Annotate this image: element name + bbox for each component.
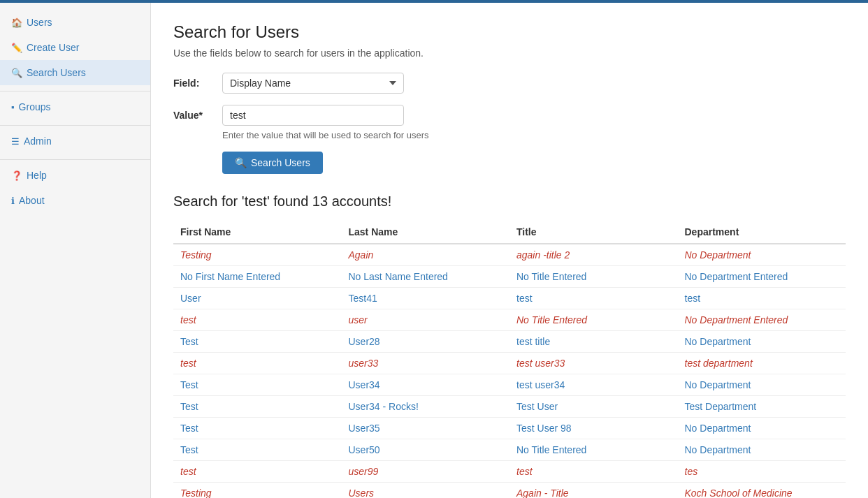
sidebar-label-search-users: Search Users [27, 67, 86, 78]
value-label: Value* [173, 110, 222, 121]
cell-dept-0: No Department [678, 244, 846, 266]
cell-first-9: Test [173, 439, 342, 461]
link-first-10[interactable]: test [180, 466, 196, 477]
cell-first-4: Test [173, 331, 342, 353]
search-button[interactable]: 🔍 Search Users [222, 152, 323, 174]
link-title-9[interactable]: No Title Entered [516, 444, 586, 455]
cell-dept-6: No Department [678, 374, 846, 396]
link-last-6[interactable]: User34 [349, 379, 380, 390]
link-last-9[interactable]: User50 [349, 444, 380, 455]
col-header-title: Title [509, 221, 678, 244]
link-last-2[interactable]: Test41 [349, 293, 377, 304]
cell-title-0: again -title 2 [509, 244, 678, 266]
field-select[interactable]: Display Name Username Email First Name L… [222, 73, 404, 94]
sidebar-item-users[interactable]: 🏠 Users [0, 10, 150, 35]
link-last-4[interactable]: User28 [349, 336, 380, 347]
link-dept-0[interactable]: No Department [685, 249, 751, 261]
link-first-9[interactable]: Test [180, 444, 198, 455]
about-icon: ℹ [11, 196, 15, 206]
sidebar-item-groups[interactable]: ▪ Groups [0, 94, 150, 119]
link-dept-4[interactable]: No Department [685, 336, 751, 347]
link-dept-7[interactable]: Test Department [685, 401, 757, 412]
link-title-2[interactable]: test [516, 293, 533, 304]
cell-first-6: Test [173, 374, 342, 396]
sidebar-label-help: Help [27, 170, 47, 181]
link-title-11[interactable]: Again - Title [516, 488, 569, 498]
table-row: TestUser35Test User 98No Department [173, 418, 846, 439]
link-title-0[interactable]: again -title 2 [516, 249, 570, 261]
link-first-1[interactable]: No First Name Entered [180, 271, 280, 282]
table-row: TestingAgainagain -title 2No Department [173, 244, 846, 266]
link-first-4[interactable]: Test [180, 336, 198, 347]
link-dept-3[interactable]: No Department Entered [685, 314, 788, 325]
cell-dept-1: No Department Entered [678, 266, 846, 288]
sidebar-item-about[interactable]: ℹ About [0, 188, 150, 213]
link-title-3[interactable]: No Title Entered [516, 314, 587, 325]
table-row: UserTest41testtest [173, 288, 846, 309]
sidebar-item-search-users[interactable]: 🔍 Search Users [0, 60, 150, 85]
cell-last-2: Test41 [342, 288, 510, 309]
link-title-8[interactable]: Test User 98 [516, 423, 572, 434]
link-last-7[interactable]: User34 - Rocks! [349, 401, 419, 412]
link-first-11[interactable]: Testing [180, 488, 212, 498]
cell-title-6: test user34 [509, 374, 678, 396]
link-first-6[interactable]: Test [180, 379, 198, 390]
link-dept-11[interactable]: Koch School of Medicine [685, 488, 793, 498]
cell-dept-9: No Department [678, 439, 846, 461]
link-last-10[interactable]: user99 [349, 466, 379, 477]
admin-icon: ☰ [11, 136, 20, 147]
link-last-0[interactable]: Again [349, 249, 374, 261]
link-dept-5[interactable]: test department [685, 358, 753, 369]
cell-title-9: No Title Entered [509, 439, 678, 461]
table-row: testuserNo Title EnteredNo Department En… [173, 309, 846, 331]
cell-dept-4: No Department [678, 331, 846, 353]
link-title-7[interactable]: Test User [516, 401, 558, 412]
link-title-4[interactable]: test title [516, 336, 550, 347]
sidebar-users-section: 🏠 Users ✏️ Create User 🔍 Search Users [0, 10, 150, 85]
link-title-6[interactable]: test user34 [516, 379, 565, 390]
cell-last-6: User34 [342, 374, 510, 396]
link-first-8[interactable]: Test [180, 423, 198, 434]
cell-first-7: Test [173, 396, 342, 418]
link-dept-1[interactable]: No Department Entered [685, 271, 788, 282]
table-row: testuser99testtes [173, 461, 846, 483]
link-first-2[interactable]: User [180, 293, 201, 304]
sidebar-groups-section: ▪ Groups [0, 94, 150, 119]
sidebar-item-create-user[interactable]: ✏️ Create User [0, 35, 150, 60]
cell-title-8: Test User 98 [509, 418, 678, 439]
field-form-group: Field: Display Name Username Email First… [173, 73, 846, 94]
value-input[interactable] [222, 105, 404, 126]
link-first-7[interactable]: Test [180, 401, 198, 412]
link-title-1[interactable]: No Title Entered [516, 271, 586, 282]
sidebar-help-section: ❓ Help ℹ About [0, 163, 150, 213]
link-dept-9[interactable]: No Department [685, 444, 751, 455]
link-first-0[interactable]: Testing [180, 249, 212, 261]
search-icon-sidebar: 🔍 [11, 68, 22, 78]
field-label: Field: [173, 78, 222, 89]
link-last-8[interactable]: User35 [349, 423, 380, 434]
sidebar-divider-2 [0, 125, 150, 126]
link-last-1[interactable]: No Last Name Entered [349, 271, 448, 282]
sidebar-item-admin[interactable]: ☰ Admin [0, 129, 150, 154]
cell-last-5: user33 [342, 353, 510, 374]
col-header-firstname: First Name [173, 221, 342, 244]
cell-dept-5: test department [678, 353, 846, 374]
cell-last-9: User50 [342, 439, 510, 461]
link-title-5[interactable]: test user33 [516, 358, 565, 369]
sidebar-item-help[interactable]: ❓ Help [0, 163, 150, 188]
sidebar-admin-section: ☰ Admin [0, 129, 150, 154]
link-dept-2[interactable]: test [685, 293, 701, 304]
link-title-10[interactable]: test [516, 466, 533, 477]
link-last-3[interactable]: user [349, 314, 368, 325]
table-row: TestUser34 - Rocks!Test UserTest Departm… [173, 396, 846, 418]
table-row: testuser33test user33test department [173, 353, 846, 374]
link-last-11[interactable]: Users [349, 488, 375, 498]
link-dept-10[interactable]: tes [685, 466, 698, 477]
link-dept-6[interactable]: No Department [685, 379, 751, 390]
link-first-3[interactable]: test [180, 314, 196, 325]
link-last-5[interactable]: user33 [349, 358, 379, 369]
cell-dept-3: No Department Entered [678, 309, 846, 331]
value-hint: Enter the value that will be used to sea… [222, 130, 846, 140]
link-first-5[interactable]: test [180, 358, 196, 369]
link-dept-8[interactable]: No Department [685, 423, 751, 434]
